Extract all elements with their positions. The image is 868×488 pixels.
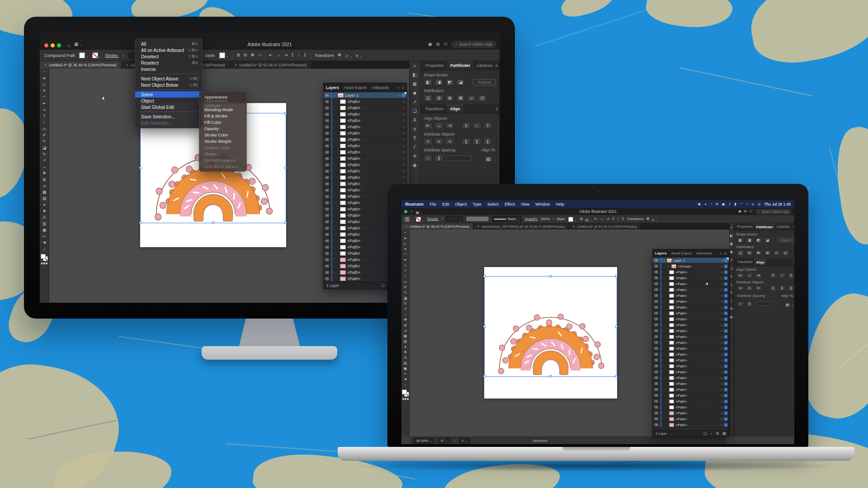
color-icon[interactable]: ◧ <box>413 72 417 77</box>
locate-object-icon[interactable]: ⌕ <box>710 431 712 436</box>
notifications-icon[interactable]: ◔ <box>710 202 712 206</box>
visibility-eye-icon[interactable] <box>654 318 658 320</box>
target-circle-icon[interactable]: ○ <box>403 163 405 167</box>
style-swatch[interactable] <box>219 51 229 59</box>
layer-row[interactable]: <Path>○ <box>653 310 729 316</box>
shape-builder-tool[interactable]: ◍ <box>42 176 46 183</box>
panel-tab[interactable]: Pathfinder <box>755 224 775 230</box>
opacity-value[interactable]: 100% <box>541 217 550 221</box>
rotate-tool[interactable]: ↻ <box>42 151 46 157</box>
target-circle-icon[interactable]: ○ <box>721 411 723 415</box>
close-tab-icon[interactable]: × <box>573 224 575 229</box>
target-circle-icon[interactable]: ○ <box>403 112 405 116</box>
v-dist-center-icon[interactable]: ≡ <box>746 286 753 291</box>
layer-row[interactable]: <Path>○ <box>653 346 729 352</box>
menu-item[interactable]: Shape <box>199 150 246 157</box>
menu-item[interactable]: Opacity <box>199 125 246 131</box>
collapse-icon[interactable]: » <box>43 70 45 75</box>
layer-row[interactable]: <Path>○ <box>653 281 729 287</box>
stroke-stepper[interactable]: ↕ <box>123 53 125 57</box>
selection-tool[interactable]: ➤ <box>42 75 46 81</box>
artboard-tool[interactable]: ▣ <box>42 227 47 233</box>
layer-row[interactable]: <Path>○ <box>324 105 406 111</box>
shape-options[interactable]: ▱ <box>345 51 352 59</box>
merge-icon[interactable]: ⊞ <box>755 250 762 255</box>
gear-icon[interactable]: ✲ <box>730 307 733 311</box>
menu-item[interactable]: Object› <box>135 98 202 104</box>
paragraph-icon[interactable]: ¶ <box>731 291 732 295</box>
h-dist-right-icon[interactable]: ∥ <box>788 286 794 291</box>
layer-row[interactable]: <Path>○ <box>653 399 729 404</box>
visibility-eye-icon[interactable] <box>654 306 658 309</box>
gradient-tool[interactable]: ▧ <box>404 339 407 344</box>
visibility-eye-icon[interactable] <box>325 252 329 255</box>
glyphs-icon[interactable]: ɑ <box>731 282 732 286</box>
layer-row[interactable]: <Path>○ <box>653 404 729 410</box>
next-artboard-icon[interactable]: › <box>474 439 475 443</box>
none-button[interactable] <box>407 398 409 400</box>
info-icon[interactable]: ◉ <box>413 163 417 168</box>
minimize-window-button[interactable] <box>51 43 55 47</box>
magic-wand-tool[interactable]: ✦ <box>404 247 407 252</box>
color-button[interactable] <box>402 398 404 400</box>
close-tab-icon[interactable]: × <box>235 63 237 67</box>
menu-item[interactable]: Fill Color <box>199 119 246 125</box>
visibility-eye-icon[interactable] <box>654 288 658 291</box>
record-icon[interactable]: ◉ <box>698 202 701 206</box>
direct-selection-tool[interactable]: ▷ <box>404 241 406 247</box>
selection-tool[interactable]: ➤ <box>404 236 407 241</box>
rectangle-tool[interactable]: ▭ <box>404 279 407 285</box>
close-tab-icon[interactable]: × <box>44 63 47 67</box>
layer-row[interactable]: <Path>○ <box>324 99 406 105</box>
align-top-icon[interactable]: ↥ <box>291 53 294 57</box>
gear-icon[interactable]: ✲ <box>413 154 416 159</box>
character-icon[interactable]: A <box>413 117 416 122</box>
visibility-eye-icon[interactable] <box>325 176 329 179</box>
h-dist-left-icon[interactable]: ∥ <box>770 286 776 291</box>
v-space-icon[interactable]: = <box>737 301 744 306</box>
exclude-icon[interactable]: ◪ <box>457 79 465 85</box>
creative-cloud-icon[interactable]: ◕ <box>704 202 707 206</box>
free-transform-icon[interactable]: ✥ <box>250 53 254 57</box>
align-middle-icon[interactable]: ↕ <box>617 217 619 221</box>
layer-row[interactable]: <Path>○ <box>324 168 406 174</box>
target-circle-icon[interactable]: ○ <box>398 93 401 97</box>
variable-width-dropdown[interactable] <box>466 216 489 222</box>
panel-tab[interactable]: Libraries <box>775 224 792 230</box>
color-icon[interactable]: ◧ <box>730 234 733 238</box>
paintbrush-tool[interactable]: ✐ <box>42 132 46 138</box>
menu-item[interactable]: Symbol Instance <box>199 157 246 163</box>
workspace-switcher[interactable]: ▦ <box>74 39 82 47</box>
collapse-icon[interactable]: « <box>720 251 722 256</box>
collapse-icon[interactable]: » <box>404 230 406 236</box>
visibility-eye-icon[interactable] <box>654 312 658 314</box>
panel-tab[interactable]: Libraries <box>473 62 495 69</box>
menubar-window[interactable]: Window <box>535 202 550 206</box>
align-center-icon[interactable]: ↔ <box>276 53 281 57</box>
gradient-button[interactable] <box>405 398 406 400</box>
target-circle-icon[interactable]: ○ <box>721 329 723 333</box>
align-bottom-icon[interactable]: ↧ <box>303 53 307 57</box>
layer-row[interactable]: <Path>○ <box>324 130 406 136</box>
panel-menu-icon[interactable]: ≡ <box>793 260 794 264</box>
mesh-tool[interactable]: ▦ <box>42 189 47 195</box>
h-space-icon[interactable]: ∥ <box>435 155 443 161</box>
menu-item[interactable]: Next Object Below⌥⌘[ <box>135 82 202 88</box>
help-search-input[interactable]: ⌕Search Adobe Help <box>452 41 496 47</box>
visibility-eye-icon[interactable] <box>654 353 658 356</box>
h-dist-left-icon[interactable]: ∥ <box>462 138 470 145</box>
panel-tab[interactable]: Artboards <box>696 251 712 255</box>
align-left-icon[interactable]: ⇤ <box>594 217 598 221</box>
export-icon[interactable]: ⇗ <box>730 258 733 262</box>
merge-icon[interactable]: ⊞ <box>446 95 454 101</box>
visibility-eye-icon[interactable] <box>654 418 658 420</box>
target-circle-icon[interactable]: ○ <box>721 341 723 345</box>
window-control-button[interactable] <box>404 210 407 213</box>
layer-row[interactable]: ⌄<Group>○ <box>653 263 729 269</box>
stroke-swatch[interactable] <box>416 215 425 223</box>
hand-tool[interactable]: ☚ <box>42 239 46 246</box>
paragraph-icon[interactable]: ¶ <box>414 136 416 141</box>
layer-row[interactable]: <Path>○ <box>653 393 729 399</box>
target-circle-icon[interactable]: ○ <box>403 118 405 122</box>
close-tab-icon[interactable]: × <box>126 63 128 67</box>
